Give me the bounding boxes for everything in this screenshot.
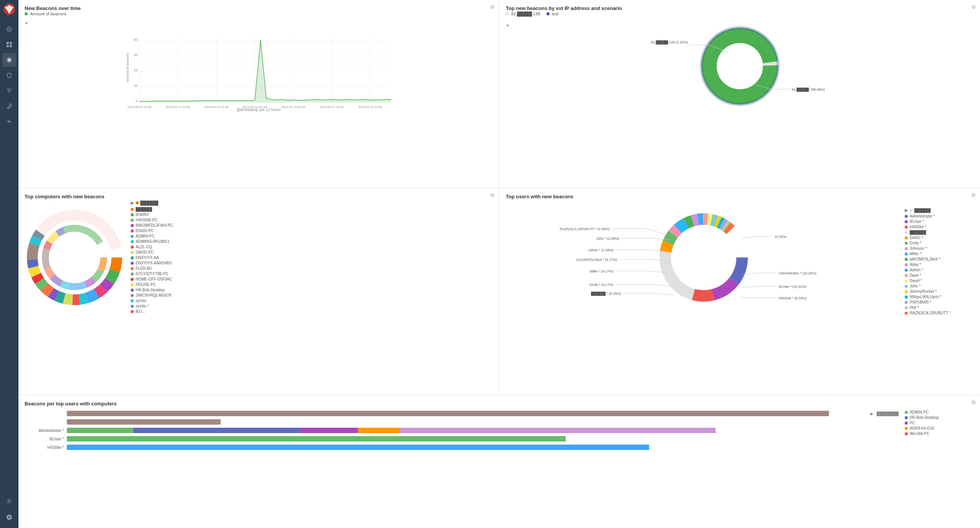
user-legend-item: Abby * bbox=[905, 262, 974, 267]
computer-legend-item: HR-Bob-Desktop bbox=[131, 288, 493, 292]
nav-arrow-bar[interactable]: ▶ bbox=[870, 412, 874, 416]
user-legend-item: RAZNJICA.GRUBUTT * bbox=[905, 311, 974, 315]
user-legend-item: h4S50w * bbox=[905, 225, 974, 229]
computer-dot bbox=[131, 240, 134, 243]
sidebar-item-beacons[interactable] bbox=[2, 53, 16, 67]
user-legend-item: Ds6IG * bbox=[905, 236, 974, 240]
user-legend-item: Administrator * bbox=[905, 214, 974, 218]
panel-top-computers: Top computers with new beacons ⚙ bbox=[18, 188, 499, 395]
computer-legend-item: H4S50W-PC bbox=[131, 218, 493, 222]
sidebar-item-play[interactable] bbox=[2, 510, 16, 524]
logo bbox=[3, 3, 15, 17]
svg-rect-3 bbox=[7, 42, 9, 44]
sidebar-item-shield[interactable] bbox=[2, 68, 16, 82]
computer-name: ADMINIS-RKU8811 bbox=[136, 239, 169, 244]
user-dot bbox=[905, 274, 908, 277]
computer-legend-item: JIWCNYRQL460979 bbox=[131, 293, 493, 297]
sidebar-item-tools[interactable] bbox=[2, 99, 16, 113]
svg-text:30: 30 bbox=[134, 53, 138, 57]
bar-container-2 bbox=[67, 419, 221, 425]
svg-text:IEUser * (10.42%): IEUser * (10.42%) bbox=[779, 285, 807, 289]
user-dot bbox=[905, 306, 908, 309]
svg-text:2018-10-01 02:00: 2018-10-01 02:00 bbox=[358, 105, 382, 109]
computer-name: HR-Bob-Desktop bbox=[136, 288, 165, 292]
user-name: Admin * bbox=[910, 268, 923, 272]
bar-seg-admin-5 bbox=[400, 428, 716, 433]
computer-name: IEU... bbox=[136, 309, 145, 314]
bar-legend-text: HR-Bob-Desktop bbox=[910, 415, 939, 420]
bar-legend-item: HR-Bob-Desktop bbox=[905, 415, 974, 420]
panel-title-users: Top users with new beacons bbox=[506, 194, 573, 199]
legend-dot-beacons bbox=[25, 12, 28, 15]
bar-legend-dot bbox=[905, 411, 908, 414]
beacons-legend: Amount of beacons bbox=[25, 12, 493, 16]
sidebar-item-filter[interactable] bbox=[2, 84, 16, 98]
user-legend-item: NWgxL96ILUpcb * bbox=[905, 295, 974, 299]
computer-name: ADMIN-PC bbox=[136, 234, 154, 238]
user-legend-item: Johnson * bbox=[905, 246, 974, 251]
user-legend-item: JohnnyRocket * bbox=[905, 289, 974, 294]
gear-icon-beacons-per-users[interactable]: ⚙ bbox=[971, 399, 976, 405]
computer-name: HOME-OFF-D5F0AC bbox=[136, 277, 172, 281]
scroll-arrow-beacons[interactable]: ▲ bbox=[25, 20, 28, 25]
bar-seg-admin-1 bbox=[67, 428, 133, 433]
user-name: NWgxL96ILUpcb * bbox=[910, 295, 941, 299]
computer-dot bbox=[131, 267, 134, 270]
user-legend-item: Dave * bbox=[905, 273, 974, 277]
computer-dot bbox=[131, 224, 134, 227]
computer-dot bbox=[131, 283, 134, 286]
panel-title-top-beacons-ip: Top new beacons by ext IP address and sc… bbox=[506, 5, 622, 11]
svg-line-128 bbox=[743, 273, 759, 275]
svg-point-45 bbox=[717, 43, 763, 89]
computer-legend-item: ADMIN-PC bbox=[131, 234, 493, 238]
user-dot bbox=[905, 279, 908, 282]
computers-legend-list: ██████IEWIN7H4S50W-PCBAV2MFDL2FWX-PCDS6I… bbox=[131, 207, 493, 315]
svg-text:2018-09-11 02:00: 2018-09-11 02:00 bbox=[166, 105, 190, 109]
computer-legend-item: ADMINIS-RKU8811 bbox=[131, 239, 493, 244]
svg-text:22.92%: 22.92% bbox=[775, 235, 787, 239]
sidebar-item-home[interactable] bbox=[2, 22, 16, 36]
user-dot bbox=[905, 263, 908, 266]
nav-arrow-computers[interactable]: ▶ bbox=[131, 200, 134, 206]
user-legend-item: PSPUBWS * bbox=[905, 300, 974, 304]
computer-legend-item: IEWIN7 bbox=[131, 213, 493, 217]
svg-text:2018-09-15 02:00: 2018-09-15 02:00 bbox=[204, 105, 229, 109]
nav-arrow-users[interactable]: ▶ bbox=[905, 208, 908, 213]
bar-legend-item: W2K8-64-O16 bbox=[905, 426, 974, 430]
scroll-arrow-ip[interactable]: ▲ bbox=[506, 23, 510, 27]
bar-seg-admin-2 bbox=[133, 428, 300, 433]
computer-name: DNXYIYX-AA bbox=[136, 256, 159, 260]
sidebar-item-health[interactable] bbox=[2, 115, 16, 128]
bar-label-administrator: Administrator * bbox=[25, 428, 67, 433]
user-name: PSPUBWS * bbox=[910, 300, 932, 304]
svg-text:40: 40 bbox=[134, 38, 138, 42]
user-legend-item: Admin * bbox=[905, 268, 974, 272]
bar-label-ieuser: IEUser * bbox=[25, 437, 67, 441]
sidebar-item-settings[interactable] bbox=[2, 494, 16, 508]
svg-text:Miller * (4.17%): Miller * (4.17%) bbox=[590, 269, 613, 273]
sidebar-item-dashboard[interactable] bbox=[2, 38, 16, 51]
computer-legend-item: DNXYIYX-AA bbox=[131, 256, 493, 260]
bar-row-h4s50w: h4S50w * bbox=[25, 444, 899, 451]
gear-icon-computers[interactable]: ⚙ bbox=[490, 192, 495, 198]
computer-legend-item: HOUSE-PC bbox=[131, 282, 493, 287]
users-top-dot bbox=[910, 209, 913, 212]
gear-icon-beacons[interactable]: ⚙ bbox=[490, 4, 495, 10]
svg-text:0: 0 bbox=[136, 99, 138, 103]
computer-legend-item: xychix bbox=[131, 299, 493, 303]
svg-point-2 bbox=[8, 28, 10, 30]
computer-dot bbox=[131, 272, 134, 276]
bar-legend-text: ADMIN-PC bbox=[910, 410, 929, 414]
svg-text:20: 20 bbox=[134, 68, 138, 72]
computer-dot bbox=[131, 262, 134, 265]
bar-legend-dot bbox=[905, 427, 908, 430]
computer-name: xychix * bbox=[136, 304, 149, 308]
svg-marker-41 bbox=[140, 40, 391, 102]
panel-beacons-over-time: New Beacons over time ⚙ Amount of beacon… bbox=[18, 0, 499, 188]
gear-icon-users[interactable]: ⚙ bbox=[971, 192, 976, 198]
panel-title-beacons: New Beacons over time bbox=[25, 5, 81, 11]
svg-text:82.█████! (98.08%): 82.█████! (98.08%) bbox=[792, 87, 825, 92]
legend-label-beacons: Amount of beacons bbox=[30, 12, 66, 16]
gear-icon-top-beacons-ip[interactable]: ⚙ bbox=[971, 4, 976, 10]
svg-point-83 bbox=[52, 235, 97, 280]
